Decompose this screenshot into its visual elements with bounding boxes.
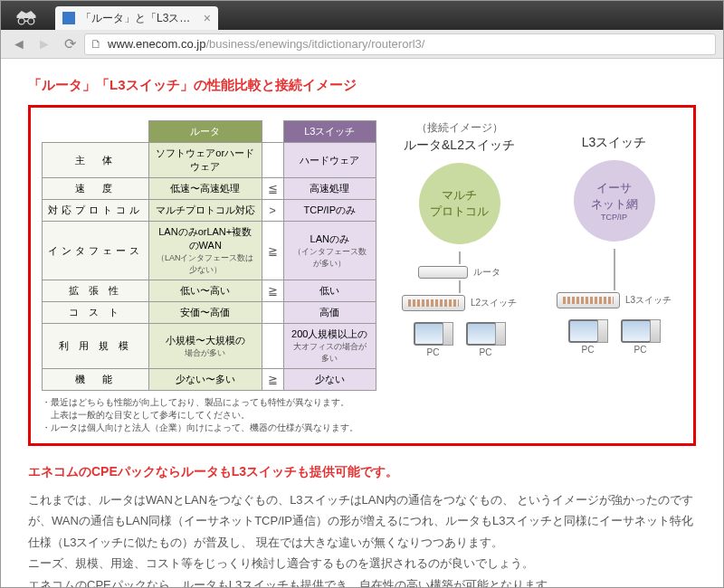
col-router: ルータ bbox=[149, 121, 262, 143]
tab-title: 「ルータ」と「L3スイッ… bbox=[81, 11, 198, 26]
body-paragraph: ニーズ、規模、用途、コスト等をじっくり検討し適合するものを選択されるのが良いでし… bbox=[28, 553, 696, 574]
cell-router: LANのみorLAN+複数のWAN（LANインタフェース数は少ない） bbox=[149, 222, 262, 280]
diagram-col-l3: . L3スイッチ イーサ ネット網 TCP/IP L3スイッチ PC PC bbox=[546, 120, 682, 434]
browser-window: 「ルータ」と「L3スイッ… × ◄ ► ⟳ 🗋 www.enecom.co.jp… bbox=[0, 0, 724, 588]
pc-icon: PC bbox=[621, 319, 661, 355]
body-paragraph: これまでは、ルータはWANとLANをつなぐもの、L3スイッチはLAN内の通信をつ… bbox=[28, 489, 696, 553]
diagram-col-router-l2: （接続イメージ） ルータ&L2スイッチ マルチ プロトコル ルータ L2スイッチ… bbox=[391, 120, 528, 434]
ethernet-circle: イーサ ネット網 TCP/IP bbox=[574, 160, 655, 242]
cell-router: 小規模〜大規模の場合が多い bbox=[149, 324, 262, 369]
cell-sign: ≧ bbox=[262, 222, 283, 280]
row-label: 機 能 bbox=[43, 369, 149, 391]
body-paragraph: エネコムのCPEパックなら、ルータもL3スイッチも提供でき、自在性の高い構築が可… bbox=[28, 574, 696, 587]
multi-protocol-circle: マルチ プロトコル bbox=[419, 163, 500, 244]
row-label: インタフェース bbox=[43, 222, 149, 280]
diagram-title-2: L3スイッチ bbox=[582, 135, 647, 151]
cell-sign: ≦ bbox=[262, 178, 283, 200]
cell-sign: ≧ bbox=[262, 369, 283, 391]
cell-router: マルチプロトコル対応 bbox=[149, 200, 262, 222]
url-input[interactable]: 🗋 www.enecom.co.jp/business/enewings/itd… bbox=[84, 33, 716, 55]
cell-sign bbox=[262, 324, 283, 369]
url-host: www.enecom.co.jp bbox=[108, 37, 205, 51]
comparison-table-wrap: ルータ L3スイッチ 主 体ソフトウェアorハードウェアハードウェア速 度低速〜… bbox=[42, 120, 376, 434]
cell-sign: > bbox=[262, 200, 283, 222]
router-icon bbox=[418, 266, 468, 279]
row-label: 速 度 bbox=[43, 178, 149, 200]
row-label: 主 体 bbox=[43, 143, 149, 178]
cell-sign bbox=[262, 302, 283, 324]
comparison-frame: ルータ L3スイッチ 主 体ソフトウェアorハードウェアハードウェア速 度低速〜… bbox=[28, 105, 696, 446]
cell-sign: ≧ bbox=[262, 280, 283, 302]
svg-point-0 bbox=[18, 18, 24, 24]
note-line: 上表は一般的な目安として参考にしてください。 bbox=[42, 409, 376, 422]
back-button[interactable]: ◄ bbox=[8, 33, 30, 55]
pc-icon: PC bbox=[466, 322, 506, 357]
pc-icon: PC bbox=[568, 319, 608, 355]
l2-switch-icon bbox=[402, 295, 465, 311]
note-line: ・ルータは個人向けと法人（企業）向けによって、機器の仕様が異なります。 bbox=[42, 422, 376, 434]
incognito-icon bbox=[8, 5, 44, 30]
connection-label: （接続イメージ） bbox=[416, 120, 503, 136]
cell-l3: LANのみ（インタフェース数が多い） bbox=[283, 222, 376, 280]
forward-button[interactable]: ► bbox=[33, 33, 55, 55]
page-content: 「ルータ」「L3スイッチ」の性能比較と接続イメージ ルータ L3スイッチ 主 体… bbox=[1, 59, 723, 587]
url-path: /business/enewings/itdictionary/routeror… bbox=[205, 37, 424, 51]
tab-bar: 「ルータ」と「L3スイッ… × bbox=[1, 1, 723, 30]
svg-point-1 bbox=[28, 18, 34, 24]
col-l3: L3スイッチ bbox=[283, 121, 376, 143]
cell-router: ソフトウェアorハードウェア bbox=[149, 143, 262, 178]
section-title: 「ルータ」「L3スイッチ」の性能比較と接続イメージ bbox=[28, 77, 696, 94]
cell-l3: 200人規模以上の大オフィスの場合が多い bbox=[283, 324, 376, 369]
reload-button[interactable]: ⟳ bbox=[59, 33, 81, 55]
favicon-icon bbox=[62, 12, 75, 24]
row-label: コ ス ト bbox=[43, 302, 149, 324]
sub-heading: エネコムのCPEパックならルータもL3スイッチも提供可能です。 bbox=[28, 464, 696, 480]
cell-l3: 高速処理 bbox=[283, 178, 376, 200]
connection-diagram: （接続イメージ） ルータ&L2スイッチ マルチ プロトコル ルータ L2スイッチ… bbox=[391, 120, 682, 434]
table-notes: ・最近はどちらも性能が向上しており、製品によっても特性が異なります。 上表は一般… bbox=[42, 396, 376, 434]
cell-l3: 少ない bbox=[283, 369, 376, 391]
comparison-table: ルータ L3スイッチ 主 体ソフトウェアorハードウェアハードウェア速 度低速〜… bbox=[42, 120, 376, 391]
l3-switch-icon bbox=[557, 292, 620, 308]
close-icon[interactable]: × bbox=[204, 11, 211, 25]
cell-sign bbox=[262, 143, 283, 178]
note-line: ・最近はどちらも性能が向上しており、製品によっても特性が異なります。 bbox=[42, 396, 376, 409]
pc-icon: PC bbox=[414, 322, 453, 357]
cell-router: 低い〜高い bbox=[149, 280, 262, 302]
address-bar: ◄ ► ⟳ 🗋 www.enecom.co.jp/business/enewin… bbox=[1, 30, 723, 59]
cell-router: 少ない〜多い bbox=[149, 369, 262, 391]
cell-l3: TCP/IPのみ bbox=[283, 200, 376, 222]
cell-l3: 高価 bbox=[283, 302, 376, 324]
row-label: 拡 張 性 bbox=[43, 280, 149, 302]
row-label: 対応プロトコル bbox=[43, 200, 149, 222]
cell-router: 低速〜高速処理 bbox=[149, 178, 262, 200]
page-icon: 🗋 bbox=[90, 37, 102, 51]
browser-tab[interactable]: 「ルータ」と「L3スイッ… × bbox=[55, 6, 218, 30]
cell-l3: ハードウェア bbox=[283, 143, 376, 178]
row-label: 利 用 規 模 bbox=[43, 324, 149, 369]
cell-l3: 低い bbox=[283, 280, 376, 302]
diagram-title-1: ルータ&L2スイッチ bbox=[404, 138, 515, 154]
cell-router: 安価〜高価 bbox=[149, 302, 262, 324]
